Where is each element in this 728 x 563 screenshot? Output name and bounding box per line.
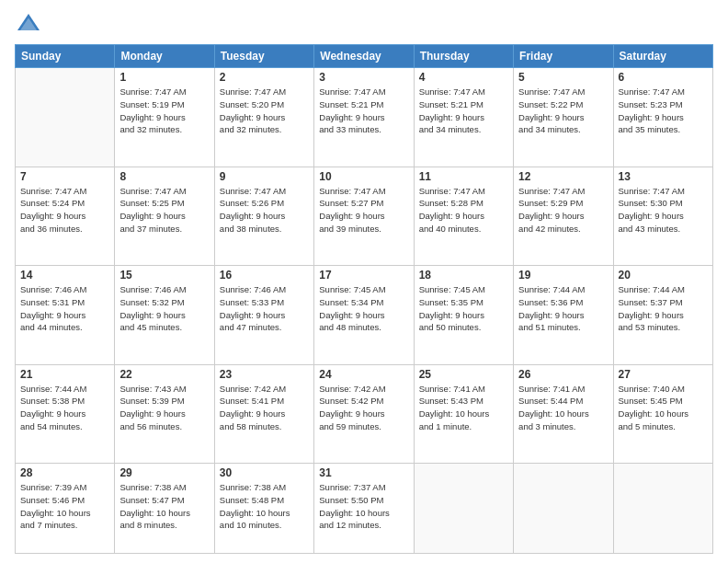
day-number: 16	[220, 269, 309, 282]
day-cell: 20Sunrise: 7:44 AM Sunset: 5:37 PM Dayli…	[613, 266, 712, 365]
day-info: Sunrise: 7:40 AM Sunset: 5:45 PM Dayligh…	[619, 383, 708, 433]
day-info: Sunrise: 7:47 AM Sunset: 5:25 PM Dayligh…	[119, 185, 209, 236]
day-number: 2	[220, 71, 309, 84]
day-info: Sunrise: 7:46 AM Sunset: 5:31 PM Dayligh…	[20, 283, 109, 334]
week-row-4: 21Sunrise: 7:44 AM Sunset: 5:38 PM Dayli…	[16, 364, 713, 464]
day-cell: 1Sunrise: 7:47 AM Sunset: 5:19 PM Daylig…	[115, 68, 214, 167]
day-number: 20	[619, 269, 708, 282]
day-cell: 29Sunrise: 7:38 AM Sunset: 5:47 PM Dayli…	[115, 464, 214, 554]
header-row: SundayMondayTuesdayWednesdayThursdayFrid…	[16, 45, 713, 68]
day-cell: 24Sunrise: 7:42 AM Sunset: 5:42 PM Dayli…	[314, 364, 414, 464]
day-number: 14	[20, 269, 109, 282]
day-number: 15	[119, 269, 209, 282]
day-info: Sunrise: 7:44 AM Sunset: 5:38 PM Dayligh…	[20, 383, 109, 433]
day-number: 19	[518, 269, 608, 282]
day-cell: 2Sunrise: 7:47 AM Sunset: 5:20 PM Daylig…	[214, 68, 313, 167]
day-info: Sunrise: 7:47 AM Sunset: 5:26 PM Dayligh…	[220, 185, 309, 236]
day-info: Sunrise: 7:39 AM Sunset: 5:46 PM Dayligh…	[20, 481, 109, 532]
day-cell: 8Sunrise: 7:47 AM Sunset: 5:25 PM Daylig…	[115, 167, 214, 266]
day-number: 30	[220, 466, 309, 479]
day-cell: 26Sunrise: 7:41 AM Sunset: 5:44 PM Dayli…	[514, 364, 613, 464]
day-number: 17	[319, 269, 408, 282]
day-cell: 3Sunrise: 7:47 AM Sunset: 5:21 PM Daylig…	[314, 68, 414, 167]
day-info: Sunrise: 7:45 AM Sunset: 5:35 PM Dayligh…	[419, 283, 508, 334]
day-info: Sunrise: 7:44 AM Sunset: 5:37 PM Dayligh…	[619, 283, 708, 334]
day-cell: 11Sunrise: 7:47 AM Sunset: 5:28 PM Dayli…	[414, 167, 513, 266]
day-number: 18	[419, 269, 508, 282]
day-cell: 31Sunrise: 7:37 AM Sunset: 5:50 PM Dayli…	[314, 464, 414, 554]
day-cell: 5Sunrise: 7:47 AM Sunset: 5:22 PM Daylig…	[514, 68, 613, 167]
day-info: Sunrise: 7:47 AM Sunset: 5:24 PM Dayligh…	[20, 185, 109, 236]
day-number: 11	[419, 170, 508, 183]
day-cell: 27Sunrise: 7:40 AM Sunset: 5:45 PM Dayli…	[613, 364, 712, 464]
day-number: 26	[518, 368, 608, 381]
day-info: Sunrise: 7:45 AM Sunset: 5:34 PM Dayligh…	[319, 283, 408, 334]
page: SundayMondayTuesdayWednesdayThursdayFrid…	[0, 0, 728, 563]
day-number: 25	[419, 368, 508, 381]
day-info: Sunrise: 7:47 AM Sunset: 5:21 PM Dayligh…	[419, 86, 508, 136]
day-cell	[514, 464, 613, 554]
day-cell: 6Sunrise: 7:47 AM Sunset: 5:23 PM Daylig…	[613, 68, 712, 167]
day-number: 24	[319, 368, 408, 381]
day-info: Sunrise: 7:38 AM Sunset: 5:48 PM Dayligh…	[220, 481, 309, 532]
day-number: 3	[319, 71, 408, 84]
day-number: 10	[319, 170, 408, 183]
day-number: 6	[619, 71, 708, 84]
day-info: Sunrise: 7:42 AM Sunset: 5:41 PM Dayligh…	[220, 383, 309, 433]
logo-icon	[15, 11, 42, 39]
week-row-2: 7Sunrise: 7:47 AM Sunset: 5:24 PM Daylig…	[16, 167, 713, 266]
day-cell: 13Sunrise: 7:47 AM Sunset: 5:30 PM Dayli…	[613, 167, 712, 266]
day-cell: 21Sunrise: 7:44 AM Sunset: 5:38 PM Dayli…	[16, 364, 115, 464]
day-cell: 7Sunrise: 7:47 AM Sunset: 5:24 PM Daylig…	[16, 167, 115, 266]
day-cell: 4Sunrise: 7:47 AM Sunset: 5:21 PM Daylig…	[414, 68, 513, 167]
day-info: Sunrise: 7:41 AM Sunset: 5:43 PM Dayligh…	[419, 383, 508, 433]
day-cell: 25Sunrise: 7:41 AM Sunset: 5:43 PM Dayli…	[414, 364, 513, 464]
col-header-sunday: Sunday	[16, 45, 115, 68]
day-number: 1	[119, 71, 209, 84]
day-cell: 16Sunrise: 7:46 AM Sunset: 5:33 PM Dayli…	[214, 266, 313, 365]
day-info: Sunrise: 7:42 AM Sunset: 5:42 PM Dayligh…	[319, 383, 408, 433]
day-cell: 30Sunrise: 7:38 AM Sunset: 5:48 PM Dayli…	[214, 464, 313, 554]
day-info: Sunrise: 7:47 AM Sunset: 5:29 PM Dayligh…	[518, 185, 608, 236]
header	[15, 11, 713, 39]
week-row-5: 28Sunrise: 7:39 AM Sunset: 5:46 PM Dayli…	[16, 464, 713, 554]
day-number: 27	[619, 368, 708, 381]
day-cell: 15Sunrise: 7:46 AM Sunset: 5:32 PM Dayli…	[115, 266, 214, 365]
day-info: Sunrise: 7:47 AM Sunset: 5:21 PM Dayligh…	[319, 86, 408, 136]
day-info: Sunrise: 7:47 AM Sunset: 5:30 PM Dayligh…	[619, 185, 708, 236]
col-header-saturday: Saturday	[613, 45, 712, 68]
day-cell: 22Sunrise: 7:43 AM Sunset: 5:39 PM Dayli…	[115, 364, 214, 464]
day-cell: 9Sunrise: 7:47 AM Sunset: 5:26 PM Daylig…	[214, 167, 313, 266]
week-row-1: 1Sunrise: 7:47 AM Sunset: 5:19 PM Daylig…	[16, 68, 713, 167]
day-number: 28	[20, 466, 109, 479]
day-info: Sunrise: 7:47 AM Sunset: 5:20 PM Dayligh…	[220, 86, 309, 136]
day-info: Sunrise: 7:37 AM Sunset: 5:50 PM Dayligh…	[319, 481, 408, 532]
day-number: 13	[619, 170, 708, 183]
day-number: 4	[419, 71, 508, 84]
day-info: Sunrise: 7:38 AM Sunset: 5:47 PM Dayligh…	[119, 481, 209, 532]
col-header-thursday: Thursday	[414, 45, 513, 68]
day-info: Sunrise: 7:44 AM Sunset: 5:36 PM Dayligh…	[518, 283, 608, 334]
calendar-table: SundayMondayTuesdayWednesdayThursdayFrid…	[15, 44, 713, 554]
day-cell: 23Sunrise: 7:42 AM Sunset: 5:41 PM Dayli…	[214, 364, 313, 464]
day-number: 8	[119, 170, 209, 183]
day-info: Sunrise: 7:47 AM Sunset: 5:23 PM Dayligh…	[619, 86, 708, 136]
day-info: Sunrise: 7:47 AM Sunset: 5:28 PM Dayligh…	[419, 185, 508, 236]
day-number: 23	[220, 368, 309, 381]
day-cell: 10Sunrise: 7:47 AM Sunset: 5:27 PM Dayli…	[314, 167, 414, 266]
col-header-wednesday: Wednesday	[314, 45, 414, 68]
day-number: 9	[220, 170, 309, 183]
day-info: Sunrise: 7:41 AM Sunset: 5:44 PM Dayligh…	[518, 383, 608, 433]
day-cell	[414, 464, 513, 554]
day-cell: 19Sunrise: 7:44 AM Sunset: 5:36 PM Dayli…	[514, 266, 613, 365]
day-number: 29	[119, 466, 209, 479]
day-cell	[613, 464, 712, 554]
day-info: Sunrise: 7:46 AM Sunset: 5:32 PM Dayligh…	[119, 283, 209, 334]
col-header-monday: Monday	[115, 45, 214, 68]
day-cell	[16, 68, 115, 167]
day-info: Sunrise: 7:47 AM Sunset: 5:19 PM Dayligh…	[119, 86, 209, 136]
day-cell: 28Sunrise: 7:39 AM Sunset: 5:46 PM Dayli…	[16, 464, 115, 554]
day-number: 21	[20, 368, 109, 381]
week-row-3: 14Sunrise: 7:46 AM Sunset: 5:31 PM Dayli…	[16, 266, 713, 365]
day-number: 7	[20, 170, 109, 183]
